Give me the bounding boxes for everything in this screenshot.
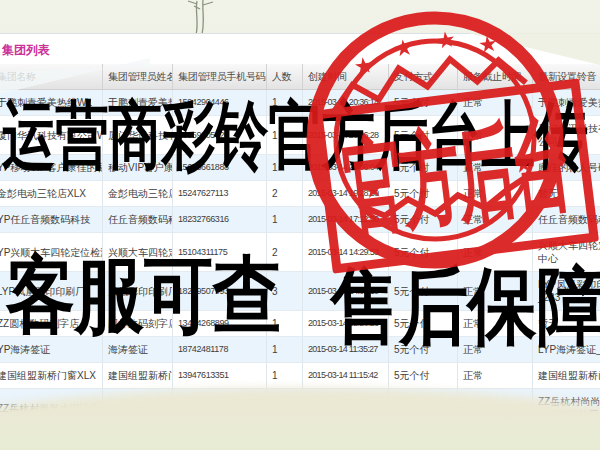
table-row[interactable]: YP任丘音频数码科技任丘音频数码科技1823276631612015-03-14… [0,207,600,233]
column-header: 集团名称 [0,64,103,89]
column-header: 最新设置铃音 [533,64,600,89]
page-title: 集团列表 [2,42,50,59]
table-cell: 暂无 [533,181,600,206]
background-sketch [170,0,230,36]
background-bottom-band [0,412,600,450]
table-cell: 2015-03-14 19:28:30 [303,181,389,206]
table-header-row: 集团名称集团管理员姓名集团管理员手机号码人数创建时间支付方式服务截止时间最新设置… [0,64,600,90]
table-cell: 5元个付 [389,363,458,388]
table-cell: 金彭电动三轮店 [103,181,173,206]
table-cell: 1 [267,363,303,388]
column-header: 集团管理员姓名 [103,64,173,89]
table-cell: 1 [267,207,303,232]
table-cell: 2015-03-14 17:12:50 [303,207,389,232]
table-cell: 金彭电动三轮店XLX [0,181,103,206]
column-header: 集团管理员手机号码 [173,64,267,89]
watermark-line2-left: 客服可查 [6,253,282,337]
table-cell: 正常 [458,181,533,206]
watermark-line2-right: 售后保障 [330,264,600,348]
table-cell: 建国组盟新桥门窗 [103,363,173,388]
table-cell: 建国组盟新桥门窗 [533,363,600,388]
table-cell: 2015-03-14 11:15:42 [303,363,389,388]
table-cell: 5元个付 [389,181,458,206]
table-cell: 正常 [458,207,533,232]
table-cell: YP任丘音频数码科技 [0,207,103,232]
column-header: 创建时间 [303,64,389,89]
table-cell: 2 [267,181,303,206]
table-row[interactable]: 金彭电动三轮店XLX金彭电动三轮店1524762711322015-03-14 … [0,181,600,207]
column-header: 支付方式 [389,64,458,89]
table-cell: 任丘音频数码科技 [103,207,173,232]
column-header: 服务截止时间 [458,64,533,89]
table-cell: 15247627113 [173,181,267,206]
table-cell: 正常 [458,363,533,388]
screenshot-root: 集团列表 集团名称集团管理员姓名集团管理员手机号码人数创建时间支付方式服务截止时… [0,0,600,450]
table-cell: 建国组盟新桥门窗XLX [0,363,103,388]
table-cell: 18232766316 [173,207,267,232]
table-cell: 13947613351 [173,363,267,388]
watermark-line1: 运营商彩铃官方后台上传 [2,99,588,173]
table-cell: 5元个付 [389,207,458,232]
column-header: 人数 [267,64,303,89]
table-cell: 任丘音频数码科技 [533,207,600,232]
table-row[interactable]: 建国组盟新桥门窗XLX建国组盟新桥门窗1394761335112015-03-1… [0,363,600,389]
